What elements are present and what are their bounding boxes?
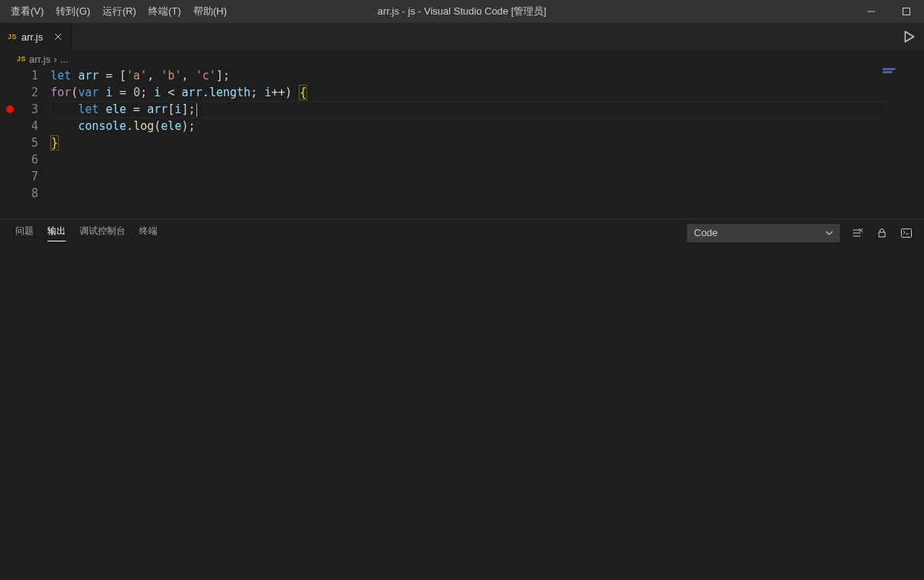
editor-line[interactable]: 2for(var i = 0; i < arr.length; i++) {: [0, 84, 924, 101]
code-content[interactable]: }: [50, 134, 59, 151]
js-file-icon: JS: [17, 55, 26, 63]
editor-line[interactable]: 7: [0, 168, 924, 185]
line-number: 3: [20, 101, 50, 118]
breakpoint-gutter[interactable]: [0, 101, 20, 118]
maximize-button[interactable]: [889, 0, 924, 23]
code-content[interactable]: let ele = arr[i];: [50, 101, 197, 118]
breakpoint-gutter[interactable]: [0, 84, 20, 101]
code-content[interactable]: for(var i = 0; i < arr.length; i++) {: [50, 84, 307, 101]
code-content[interactable]: console.log(ele);: [50, 118, 196, 134]
menu-item[interactable]: 运行(R): [96, 0, 142, 23]
breakpoint-icon: [6, 105, 14, 113]
panel-tab[interactable]: 终端: [139, 225, 157, 241]
breadcrumb-separator: ›: [53, 53, 57, 65]
window-title: arr.js - js - Visual Studio Code [管理员]: [378, 5, 546, 18]
line-number: 7: [20, 168, 50, 185]
svg-rect-1: [903, 8, 910, 15]
tab-label: arr.js: [21, 31, 43, 43]
line-number: 6: [20, 151, 50, 168]
open-new-terminal-button[interactable]: [900, 226, 913, 240]
close-icon: [54, 33, 62, 41]
editor-line[interactable]: 6: [0, 151, 924, 168]
breakpoint-gutter[interactable]: [0, 151, 20, 168]
text-cursor: [196, 103, 197, 117]
clear-output-button[interactable]: [851, 226, 864, 240]
lock-scroll-button[interactable]: [875, 226, 889, 240]
line-number: 1: [20, 67, 50, 84]
panel-tab[interactable]: 输出: [47, 225, 66, 241]
chevron-down-icon: [825, 229, 833, 237]
code-editor[interactable]: 1let arr = ['a', 'b', 'c'];2for(var i = …: [0, 67, 924, 219]
line-number: 8: [20, 185, 50, 202]
line-number: 5: [20, 134, 50, 151]
js-file-icon: JS: [8, 33, 17, 41]
play-icon: [903, 30, 916, 44]
svg-rect-11: [902, 228, 912, 237]
output-channel-select[interactable]: Code: [687, 224, 840, 242]
editor-line[interactable]: 3 let ele = arr[i];: [0, 101, 924, 118]
tab-arr-js[interactable]: JS arr.js: [0, 23, 73, 50]
minimize-icon: [867, 8, 875, 15]
svg-rect-10: [879, 232, 885, 237]
panel-tab[interactable]: 问题: [15, 225, 34, 241]
menu-item[interactable]: 查看(V): [5, 0, 50, 23]
breakpoint-gutter[interactable]: [0, 134, 20, 151]
tab-close-button[interactable]: [52, 31, 64, 43]
title-bar: 查看(V)转到(G)运行(R)终端(T)帮助(H) arr.js - js - …: [0, 0, 924, 23]
breadcrumb-tail: ...: [60, 53, 69, 65]
output-channel-label: Code: [694, 227, 718, 238]
breakpoint-gutter[interactable]: [0, 67, 20, 84]
svg-marker-4: [905, 31, 913, 42]
bottom-panel: 问题输出调试控制台终端 Code: [0, 219, 924, 580]
lock-icon: [877, 228, 887, 238]
panel-tab-bar: 问题输出调试控制台终端 Code: [0, 219, 924, 246]
menu-item[interactable]: 帮助(H): [187, 0, 233, 23]
minimize-button[interactable]: [854, 0, 889, 23]
editor-line[interactable]: 4 console.log(ele);: [0, 118, 924, 134]
line-number: 4: [20, 118, 50, 134]
editor-line[interactable]: 8: [0, 185, 924, 202]
breadcrumb-file: arr.js: [29, 53, 50, 65]
line-number: 2: [20, 84, 50, 101]
code-content[interactable]: let arr = ['a', 'b', 'c'];: [50, 67, 230, 84]
maximize-icon: [903, 8, 910, 15]
breakpoint-gutter[interactable]: [0, 118, 20, 134]
breadcrumb[interactable]: JS arr.js › ...: [0, 50, 924, 67]
editor-line[interactable]: 1let arr = ['a', 'b', 'c'];: [0, 67, 924, 84]
breakpoint-gutter[interactable]: [0, 185, 20, 202]
minimap[interactable]: ▆▆▆▆▆▆▆▆▆▆▆▆▆▆: [883, 67, 913, 76]
clear-icon: [851, 227, 864, 239]
run-file-button[interactable]: [903, 30, 916, 44]
terminal-icon: [900, 227, 913, 239]
menu-item[interactable]: 转到(G): [50, 0, 96, 23]
window-controls: [854, 0, 924, 23]
breakpoint-gutter[interactable]: [0, 168, 20, 185]
panel-tab[interactable]: 调试控制台: [79, 225, 125, 241]
menu-item[interactable]: 终端(T): [142, 0, 187, 23]
editor-line[interactable]: 5}: [0, 134, 924, 151]
editor-tab-bar: JS arr.js: [0, 23, 924, 50]
